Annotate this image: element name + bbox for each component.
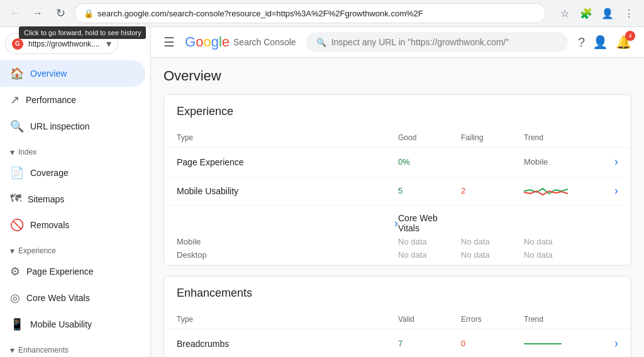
trend-chart bbox=[524, 185, 568, 197]
mobile-usability-chevron: › bbox=[599, 184, 618, 197]
back-button[interactable]: ← bbox=[6, 4, 24, 22]
sidebar-item-overview[interactable]: 🏠 Overview bbox=[0, 60, 145, 87]
profile-button[interactable]: 👤 bbox=[599, 4, 616, 22]
top-bar: ☰ Google Search Console 🔍 ? 👤 🔔 4 bbox=[151, 27, 644, 58]
cwv-mobile-failing: No data bbox=[461, 237, 524, 246]
extensions-button[interactable]: 🧩 bbox=[577, 4, 595, 22]
logo-text: Google bbox=[185, 34, 230, 50]
page-experience-name: Page Experience bbox=[177, 157, 398, 167]
mobile-usability-good: 5 bbox=[398, 186, 461, 195]
breadcrumbs-row[interactable]: Breadcrumbs 7 0 › bbox=[164, 329, 631, 357]
experience-card: Experience Type Good Failing Trend Page … bbox=[164, 94, 631, 266]
site-icon: G bbox=[12, 38, 23, 50]
cwv-mobile-good: No data bbox=[398, 237, 461, 246]
mobile-usability-icon: 📱 bbox=[10, 317, 24, 331]
breadcrumbs-trend bbox=[524, 343, 599, 344]
enhancements-section-label: ▾ Enhancements bbox=[0, 338, 150, 357]
enh-col-errors: Errors bbox=[461, 315, 524, 324]
cwv-desktop-failing: No data bbox=[461, 250, 524, 260]
logo-g2: g bbox=[211, 34, 219, 50]
enh-col-type: Type bbox=[177, 315, 398, 324]
notification-badge: 4 bbox=[625, 31, 635, 41]
enh-col-valid: Valid bbox=[398, 315, 461, 324]
main-content: ☰ Google Search Console 🔍 ? 👤 🔔 4 bbox=[151, 27, 644, 357]
removals-icon: 🚫 bbox=[10, 218, 24, 232]
col-failing: Failing bbox=[461, 133, 524, 142]
bookmark-button[interactable]: ☆ bbox=[556, 4, 574, 22]
cwv-desktop-trend: No data bbox=[524, 250, 599, 260]
enhancements-arrow-icon: ▾ bbox=[10, 345, 14, 355]
browser-icons: ☆ 🧩 👤 ⋮ bbox=[556, 4, 638, 22]
sidebar-item-mobile-usability[interactable]: 📱 Mobile Usability bbox=[0, 311, 145, 338]
reload-button[interactable]: ↻ bbox=[52, 4, 69, 22]
sidebar-item-core-web-vitals[interactable]: ◎ Core Web Vitals bbox=[0, 285, 145, 311]
page-experience-chevron: › bbox=[599, 155, 618, 168]
forward-button[interactable]: → bbox=[29, 4, 47, 22]
experience-heading: Experience bbox=[164, 95, 631, 128]
cwv-mobile-label: Mobile bbox=[177, 237, 398, 246]
search-icon: 🔍 bbox=[316, 38, 326, 47]
performance-icon: ↗ bbox=[10, 93, 19, 107]
url-inspection-icon: 🔍 bbox=[10, 119, 24, 133]
mobile-usability-failing: 2 bbox=[461, 186, 524, 195]
sidebar-removals-label: Removals bbox=[30, 220, 69, 230]
sidebar-item-coverage[interactable]: 📄 Coverage bbox=[0, 160, 145, 186]
google-logo: Google Search Console bbox=[185, 34, 296, 50]
sidebar-core-web-vitals-label: Core Web Vitals bbox=[26, 293, 90, 303]
col-empty bbox=[599, 133, 618, 142]
core-web-vitals-row[interactable]: Core Web Vitals › Mobile No data No data… bbox=[164, 206, 631, 265]
search-bar[interactable]: 🔍 bbox=[306, 32, 568, 52]
enh-col-empty bbox=[599, 315, 618, 324]
logo-e: e bbox=[222, 34, 230, 50]
mobile-usability-row[interactable]: Mobile Usability 5 2 › bbox=[164, 177, 631, 206]
sidebar-item-page-experience[interactable]: ⚙ Page Experience bbox=[0, 258, 145, 285]
sidebar-item-url-inspection[interactable]: 🔍 URL inspection bbox=[0, 113, 145, 140]
core-web-vitals-icon: ◎ bbox=[10, 291, 20, 305]
core-web-vitals-chevron: › bbox=[177, 217, 398, 230]
menu-button[interactable]: ⋮ bbox=[620, 4, 638, 22]
sidebar-item-sitemaps[interactable]: 🗺 Sitemaps bbox=[0, 186, 145, 212]
sidebar-item-performance[interactable]: ↗ Performance bbox=[0, 87, 145, 113]
page-experience-good: 0% bbox=[398, 157, 461, 167]
sitemaps-icon: 🗺 bbox=[10, 192, 21, 206]
address-text: search.google.com/search-console?resourc… bbox=[97, 9, 423, 18]
search-input[interactable] bbox=[331, 37, 558, 47]
hamburger-icon[interactable]: ☰ bbox=[164, 35, 175, 50]
cwv-desktop-good: No data bbox=[398, 250, 461, 260]
browser-toolbar: ← → ↻ 🔒 search.google.com/search-console… bbox=[0, 0, 644, 26]
sidebar-coverage-label: Coverage bbox=[30, 168, 69, 178]
experience-section-label: ▾ Experience bbox=[0, 238, 150, 258]
lock-icon: 🔒 bbox=[84, 9, 94, 18]
breadcrumbs-trend-line bbox=[524, 343, 562, 344]
col-trend: Trend bbox=[524, 133, 599, 142]
product-name: Search Console bbox=[233, 37, 296, 47]
account-icon[interactable]: 👤 bbox=[592, 35, 608, 50]
page-experience-sub: Mobile bbox=[524, 157, 599, 167]
enhancements-table-header: Type Valid Errors Trend bbox=[164, 310, 631, 329]
sidebar: G https://growthwonk.... ▾ 🏠 Overview ↗ … bbox=[0, 27, 151, 357]
breadcrumbs-valid: 7 bbox=[398, 339, 461, 348]
address-bar[interactable]: 🔒 search.google.com/search-console?resou… bbox=[74, 3, 546, 23]
index-section-label: ▾ Index bbox=[0, 140, 150, 160]
dropdown-arrow-icon: ▾ bbox=[106, 38, 111, 50]
help-icon[interactable]: ? bbox=[578, 35, 585, 50]
sidebar-mobile-usability-label: Mobile Usability bbox=[30, 319, 92, 329]
cwv-desktop-label: Desktop bbox=[177, 250, 398, 260]
coverage-icon: 📄 bbox=[10, 166, 24, 180]
page-experience-icon: ⚙ bbox=[10, 265, 20, 278]
page-experience-row[interactable]: Page Experience 0% Mobile › bbox=[164, 148, 631, 177]
logo-o1: o bbox=[196, 34, 203, 50]
enh-col-trend: Trend bbox=[524, 315, 599, 324]
page-title: Overview bbox=[164, 68, 631, 84]
breadcrumbs-chevron: › bbox=[599, 337, 618, 350]
sidebar-item-removals[interactable]: 🚫 Removals bbox=[0, 212, 145, 238]
col-good: Good bbox=[398, 133, 461, 142]
breadcrumbs-name: Breadcrumbs bbox=[177, 339, 398, 349]
top-bar-icons: ? 👤 🔔 4 bbox=[578, 35, 631, 50]
notifications-icon[interactable]: 🔔 4 bbox=[616, 35, 631, 50]
sidebar-sitemaps-label: Sitemaps bbox=[28, 194, 64, 204]
sidebar-url-inspection-label: URL inspection bbox=[30, 121, 89, 131]
cwv-mobile-trend: No data bbox=[524, 237, 599, 246]
sidebar-overview-label: Overview bbox=[30, 69, 67, 79]
core-web-vitals-name: Core Web Vitals bbox=[398, 213, 461, 233]
